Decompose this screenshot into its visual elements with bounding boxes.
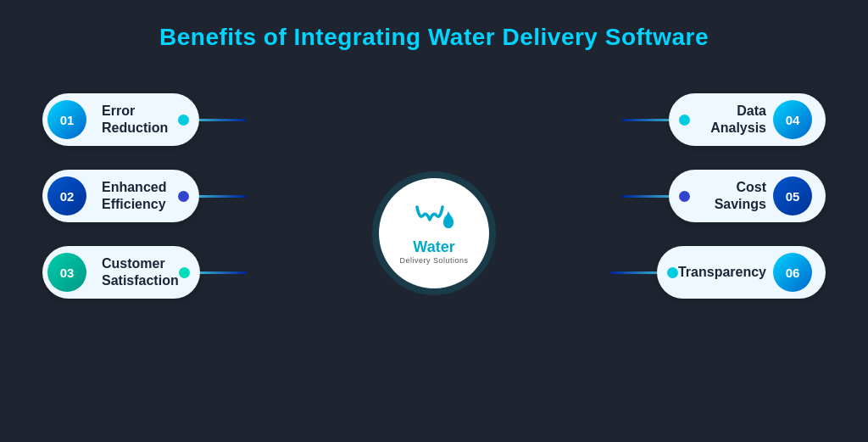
badge-06: 06: [773, 253, 812, 292]
label-cost-savings: CostSavings: [715, 179, 766, 213]
left-benefits-column: 01 ErrorReduction 02 EnhancedEfficiency …: [42, 93, 247, 299]
dot-cost-savings: [679, 191, 690, 202]
label-enhanced-efficiency: EnhancedEfficiency: [102, 179, 166, 213]
pill-customer-satisfaction: 03 CustomerSatisfaction: [42, 246, 200, 299]
list-item: 05 CostSavings: [610, 170, 826, 222]
pill-enhanced-efficiency: 02 EnhancedEfficiency: [42, 170, 199, 222]
label-customer-satisfaction: CustomerSatisfaction: [102, 255, 179, 289]
label-error-reduction: ErrorReduction: [102, 103, 168, 137]
dot-customer-satisfaction: [179, 267, 190, 278]
connector-01: [199, 119, 246, 121]
dot-transparency: [667, 267, 678, 278]
list-item: 01 ErrorReduction: [42, 93, 247, 146]
dot-error-reduction: [178, 115, 189, 126]
pill-transparency: 06 Transparency: [657, 246, 826, 299]
badge-05: 05: [773, 176, 812, 215]
right-benefits-column: 04 DataAnalysis 05 CostSavings 06 Transp…: [610, 93, 826, 299]
pill-data-analysis: 04 DataAnalysis: [669, 93, 826, 146]
center-logo: Water Delivery Solutions: [379, 178, 489, 288]
list-item: 06 Transparency: [610, 246, 826, 299]
badge-04: 04: [773, 100, 812, 139]
pill-error-reduction: 01 ErrorReduction: [42, 93, 199, 146]
label-data-analysis: DataAnalysis: [710, 103, 766, 137]
dot-data-analysis: [679, 115, 690, 126]
logo-sub-text: Delivery Solutions: [399, 256, 468, 265]
page-title: Benefits of Integrating Water Delivery S…: [0, 0, 868, 51]
list-item: 02 EnhancedEfficiency: [42, 170, 247, 222]
connector-06: [610, 271, 657, 274]
dot-enhanced-efficiency: [178, 191, 189, 202]
connector-02: [199, 195, 246, 198]
water-logo-icon: [413, 203, 455, 237]
connector-05: [622, 195, 669, 198]
connector-04: [622, 119, 669, 121]
badge-03: 03: [47, 253, 86, 292]
list-item: 04 DataAnalysis: [610, 93, 826, 146]
badge-02: 02: [47, 176, 86, 215]
main-diagram: 01 ErrorReduction 02 EnhancedEfficiency …: [0, 68, 868, 399]
badge-01: 01: [47, 100, 86, 139]
logo-water-text: Water: [413, 238, 454, 256]
connector-03: [200, 271, 247, 274]
label-transparency: Transparency: [678, 264, 766, 281]
list-item: 03 CustomerSatisfaction: [42, 246, 247, 299]
pill-cost-savings: 05 CostSavings: [669, 170, 826, 222]
